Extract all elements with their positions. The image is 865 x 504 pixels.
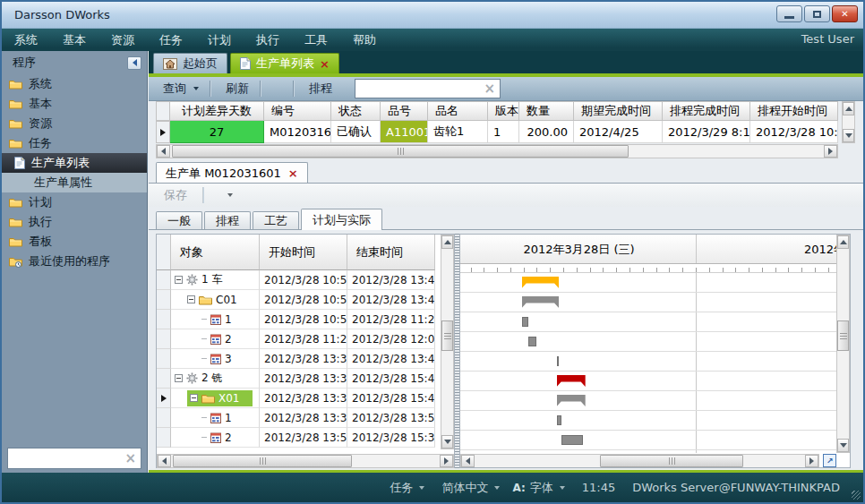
- tab-close-icon[interactable]: ×: [320, 57, 330, 71]
- status-task-menu[interactable]: 任务: [385, 480, 424, 496]
- query-button[interactable]: 查询: [156, 79, 201, 98]
- tree-row[interactable]: 2 铣2012/3/28 13:302012/3/28 15:40: [157, 369, 435, 389]
- scroll-left-button[interactable]: [461, 455, 475, 467]
- sidebar-item-10[interactable]: 最近使用的程序: [2, 252, 147, 271]
- scroll-right-button[interactable]: [805, 455, 818, 467]
- gantt-horizontal-scrollbar[interactable]: [460, 454, 819, 468]
- tree-object-cell[interactable]: 1: [171, 408, 260, 428]
- tree-expander-icon[interactable]: [175, 374, 183, 382]
- grid-column-header[interactable]: 状态: [331, 101, 381, 121]
- scroll-thumb[interactable]: [172, 145, 629, 158]
- minimize-button[interactable]: [776, 5, 802, 22]
- tab-order-list[interactable]: 生产单列表×: [230, 53, 339, 73]
- tree-row[interactable]: 22012/3/28 13:502012/3/28 15:30: [157, 428, 435, 448]
- tree-object-cell[interactable]: 3: [171, 349, 260, 369]
- broom-icon[interactable]: [340, 87, 346, 90]
- scroll-left-button[interactable]: [158, 455, 171, 467]
- menu-item-1[interactable]: 系统: [2, 30, 50, 51]
- grid-column-header[interactable]: 品名: [428, 101, 488, 121]
- grid-vertical-scrollbar[interactable]: [842, 101, 855, 143]
- tree-row[interactable]: 32012/3/28 13:302012/3/28 13:40: [157, 349, 435, 369]
- scroll-right-button[interactable]: [440, 455, 453, 467]
- subtab-1[interactable]: 一般: [156, 211, 202, 230]
- tree-horizontal-scrollbar[interactable]: [157, 454, 454, 468]
- menu-item-6[interactable]: 执行: [244, 30, 292, 51]
- scroll-right-button[interactable]: [824, 145, 837, 158]
- grid-horizontal-scrollbar[interactable]: [156, 144, 838, 158]
- gantt-bar-task[interactable]: [528, 337, 536, 346]
- resize-grip[interactable]: [852, 491, 861, 500]
- scroll-down-button[interactable]: [843, 129, 854, 142]
- grid-column-header[interactable]: 版本: [488, 101, 519, 121]
- gantt-expand-icon[interactable]: ↗: [823, 454, 836, 467]
- sidebar-item-6[interactable]: 生产单属性: [2, 173, 147, 192]
- scroll-thumb[interactable]: [173, 455, 352, 467]
- gantt-bar-task[interactable]: [557, 356, 560, 366]
- scroll-down-button[interactable]: [837, 439, 849, 452]
- tree-vertical-scrollbar[interactable]: [441, 235, 454, 449]
- toolbar-search-clear-icon[interactable]: ×: [484, 82, 495, 96]
- grid-column-header[interactable]: 数量: [519, 101, 574, 121]
- tree-row[interactable]: 1 车2012/3/28 10:522012/3/28 13:40: [157, 270, 435, 290]
- scroll-up-button[interactable]: [843, 102, 854, 115]
- edit-pencil-icon[interactable]: [279, 87, 285, 90]
- new-document-icon[interactable]: [269, 87, 274, 90]
- scroll-up-button[interactable]: [441, 235, 453, 249]
- maximize-button[interactable]: [804, 5, 830, 22]
- tree-object-cell[interactable]: 1: [171, 310, 260, 329]
- sidebar-item-4[interactable]: 任务: [2, 133, 147, 153]
- status-font-menu[interactable]: A: 字体: [512, 480, 564, 496]
- user-info[interactable]: Test User: [797, 32, 854, 46]
- grid-column-header[interactable]: 编号: [264, 101, 331, 121]
- sidebar-item-5[interactable]: 生产单列表: [2, 153, 147, 173]
- sidebar-item-7[interactable]: 计划: [2, 192, 147, 212]
- grid-column-header[interactable]: 品号: [381, 101, 428, 121]
- scroll-thumb[interactable]: [600, 455, 743, 467]
- tree-row[interactable]: C012012/3/28 10:522012/3/28 13:40: [157, 290, 435, 310]
- sidebar-item-8[interactable]: 执行: [2, 212, 147, 232]
- tree-object-cell[interactable]: 2 铣: [171, 369, 260, 389]
- sidebar-search-input[interactable]: [16, 451, 121, 466]
- scroll-thumb[interactable]: [441, 320, 453, 351]
- order-row[interactable]: 27M012031601已确认A11001齿轮11200.002012/4/25…: [156, 121, 838, 143]
- refresh-button[interactable]: 刷新: [218, 79, 252, 98]
- tree-column-header[interactable]: 对象: [171, 235, 260, 270]
- gantt-bar-task[interactable]: [557, 415, 561, 425]
- tab-home[interactable]: 起始页: [153, 53, 227, 73]
- tree-column-header[interactable]: 开始时间: [260, 235, 347, 270]
- tree-expander-icon[interactable]: [187, 295, 195, 303]
- shield-dropdown-icon[interactable]: [227, 193, 233, 197]
- tree-row[interactable]: 12012/3/28 13:302012/3/28 13:50: [157, 408, 435, 428]
- scroll-left-button[interactable]: [157, 145, 170, 158]
- tree-row[interactable]: X012012/3/28 13:302012/3/28 15:40: [157, 389, 435, 408]
- scroll-down-button[interactable]: [441, 435, 453, 448]
- sidebar-collapse-button[interactable]: [127, 56, 141, 70]
- tree-object-cell[interactable]: 1 车: [171, 270, 260, 290]
- close-button[interactable]: ✕: [832, 5, 858, 22]
- tree-row[interactable]: 22012/3/28 11:222012/3/28 12:00: [157, 329, 435, 349]
- sidebar-item-9[interactable]: 看板: [2, 232, 147, 252]
- gantt-vertical-scrollbar[interactable]: [836, 235, 850, 453]
- tree-object-cell[interactable]: 2: [171, 329, 260, 349]
- tree-column-header[interactable]: 结束时间: [347, 235, 435, 270]
- order-document-tab[interactable]: 生产单 M012031601 ×: [156, 162, 308, 184]
- menu-item-4[interactable]: 任务: [147, 30, 195, 51]
- schedule-button[interactable]: 排程: [302, 79, 335, 98]
- query-dropdown-icon[interactable]: [193, 87, 199, 90]
- menu-item-5[interactable]: 计划: [195, 30, 244, 51]
- order-document-close-icon[interactable]: ×: [288, 167, 298, 180]
- subtab-3[interactable]: 工艺: [253, 211, 299, 230]
- menu-item-8[interactable]: 帮助: [340, 30, 389, 51]
- menu-item-7[interactable]: 工具: [292, 30, 340, 51]
- menu-item-3[interactable]: 资源: [98, 30, 147, 51]
- gantt-bar-task[interactable]: [522, 317, 528, 327]
- grid-column-header[interactable]: 期望完成时间: [574, 101, 663, 121]
- menu-item-2[interactable]: 基本: [50, 30, 98, 51]
- tree-object-cell[interactable]: C01: [171, 290, 260, 310]
- status-language-menu[interactable]: 简体中文: [437, 480, 500, 496]
- scroll-thumb[interactable]: [837, 320, 849, 351]
- sidebar-search-clear-icon[interactable]: ×: [124, 452, 136, 466]
- tree-object-cell[interactable]: X01: [171, 389, 260, 408]
- tree-row[interactable]: 12012/3/28 10:522012/3/28 11:22: [157, 310, 435, 329]
- sidebar-item-3[interactable]: 资源: [2, 114, 147, 133]
